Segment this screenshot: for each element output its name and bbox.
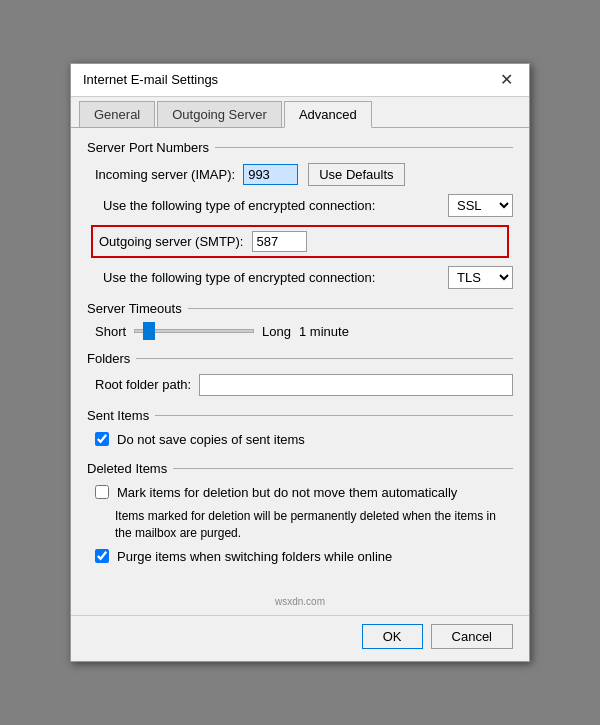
deleted-items-header: Deleted Items <box>87 461 513 476</box>
server-timeouts-section: Server Timeouts Short Long 1 minute <box>87 301 513 339</box>
incoming-encrypt-select[interactable]: SSL None TLS Auto <box>448 194 513 217</box>
deleted-info-text: Items marked for deletion will be perman… <box>87 508 513 542</box>
incoming-encrypt-label: Use the following type of encrypted conn… <box>103 198 375 213</box>
footer: OK Cancel <box>71 615 529 661</box>
tab-bar: General Outgoing Server Advanced <box>71 97 529 128</box>
folders-divider <box>136 358 513 359</box>
sent-items-divider <box>155 415 513 416</box>
timeout-row: Short Long 1 minute <box>87 324 513 339</box>
folders-section: Folders Root folder path: <box>87 351 513 396</box>
root-folder-label: Root folder path: <box>95 377 191 392</box>
short-label: Short <box>95 324 126 339</box>
deleted-purge-checkbox-row: Purge items when switching folders while… <box>87 548 513 566</box>
outgoing-server-row: Outgoing server (SMTP): <box>99 231 501 252</box>
deleted-purge-label: Purge items when switching folders while… <box>117 548 392 566</box>
deleted-mark-checkbox[interactable] <box>95 485 109 499</box>
root-folder-input[interactable] <box>199 374 513 396</box>
dialog-title: Internet E-mail Settings <box>83 72 218 87</box>
deleted-mark-checkbox-row: Mark items for deletion but do not move … <box>87 484 513 502</box>
cancel-button[interactable]: Cancel <box>431 624 513 649</box>
long-label: Long <box>262 324 291 339</box>
server-timeouts-divider <box>188 308 513 309</box>
root-folder-row: Root folder path: <box>87 374 513 396</box>
deleted-items-divider <box>173 468 513 469</box>
outgoing-server-label: Outgoing server (SMTP): <box>99 234 244 249</box>
content-area: Server Port Numbers Incoming server (IMA… <box>71 128 529 594</box>
timeout-slider-track[interactable] <box>134 329 254 333</box>
server-ports-divider <box>215 147 513 148</box>
deleted-items-title: Deleted Items <box>87 461 167 476</box>
outgoing-encrypt-select[interactable]: TLS None SSL Auto <box>448 266 513 289</box>
outgoing-encrypt-row: Use the following type of encrypted conn… <box>87 266 513 289</box>
tab-general[interactable]: General <box>79 101 155 127</box>
watermark: wsxdn.com <box>71 594 529 611</box>
ok-button[interactable]: OK <box>362 624 423 649</box>
folders-header: Folders <box>87 351 513 366</box>
outgoing-server-highlight: Outgoing server (SMTP): <box>91 225 509 258</box>
server-ports-section: Server Port Numbers Incoming server (IMA… <box>87 140 513 289</box>
use-defaults-button[interactable]: Use Defaults <box>308 163 404 186</box>
incoming-encrypt-row: Use the following type of encrypted conn… <box>87 194 513 217</box>
deleted-items-section: Deleted Items Mark items for deletion bu… <box>87 461 513 566</box>
tab-outgoing-server[interactable]: Outgoing Server <box>157 101 282 127</box>
close-button[interactable]: ✕ <box>496 72 517 88</box>
tab-advanced[interactable]: Advanced <box>284 101 372 128</box>
folders-title: Folders <box>87 351 130 366</box>
sent-items-title: Sent Items <box>87 408 149 423</box>
sent-items-checkbox[interactable] <box>95 432 109 446</box>
server-timeouts-header: Server Timeouts <box>87 301 513 316</box>
outgoing-server-input[interactable] <box>252 231 307 252</box>
dialog: Internet E-mail Settings ✕ General Outgo… <box>70 63 530 662</box>
timeout-value: 1 minute <box>299 324 349 339</box>
title-bar: Internet E-mail Settings ✕ <box>71 64 529 97</box>
incoming-server-row: Incoming server (IMAP): Use Defaults <box>87 163 513 186</box>
server-timeouts-title: Server Timeouts <box>87 301 182 316</box>
timeout-slider-thumb[interactable] <box>143 322 155 340</box>
outgoing-encrypt-label: Use the following type of encrypted conn… <box>103 270 375 285</box>
deleted-purge-checkbox[interactable] <box>95 549 109 563</box>
sent-items-checkbox-label: Do not save copies of sent items <box>117 431 305 449</box>
server-ports-title: Server Port Numbers <box>87 140 209 155</box>
sent-items-header: Sent Items <box>87 408 513 423</box>
sent-items-checkbox-row: Do not save copies of sent items <box>87 431 513 449</box>
server-ports-header: Server Port Numbers <box>87 140 513 155</box>
deleted-mark-label: Mark items for deletion but do not move … <box>117 484 457 502</box>
sent-items-section: Sent Items Do not save copies of sent it… <box>87 408 513 449</box>
incoming-server-input[interactable] <box>243 164 298 185</box>
incoming-server-label: Incoming server (IMAP): <box>95 167 235 182</box>
